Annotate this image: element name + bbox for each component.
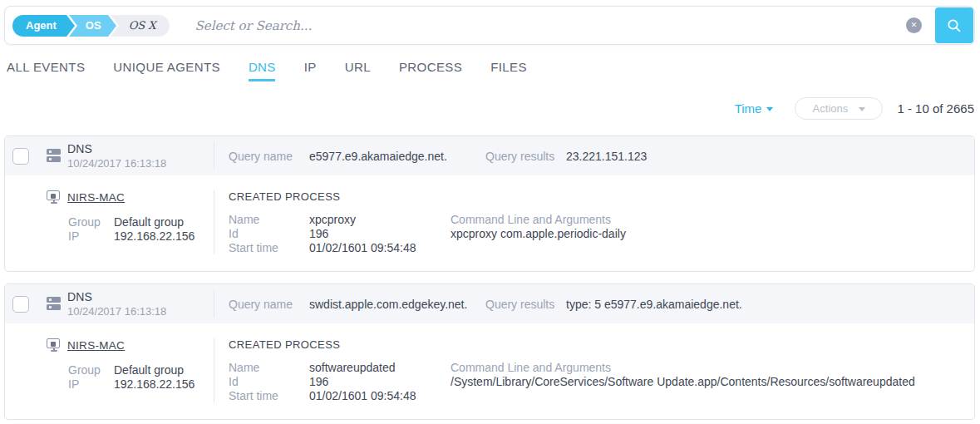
filter-chips: Agent OS OS X: [12, 15, 172, 37]
tab-process[interactable]: PROCESS: [399, 59, 462, 76]
command-line-label: Command Line and Arguments: [451, 213, 974, 227]
chevron-down-icon: [859, 107, 865, 111]
actions-label: Actions: [813, 102, 849, 115]
tab-ip[interactable]: IP: [304, 59, 317, 76]
query-name-value: e5977.e9.akamaiedge.net.: [309, 150, 485, 163]
event-card: DNS 10/24/2017 16:13:18 Query name e5977…: [4, 136, 975, 272]
agent-endpoint-icon: [47, 190, 61, 205]
agent-name-link[interactable]: NIRS-MAC: [67, 339, 125, 352]
query-results-label: Query results: [485, 298, 566, 311]
list-toolbar: Time Actions 1 - 10 of 2665: [735, 96, 974, 120]
time-sort-dropdown[interactable]: Time: [735, 101, 774, 116]
ip-label: IP: [68, 229, 114, 244]
command-line-label: Command Line and Arguments: [451, 361, 974, 375]
process-id-value: 196: [309, 227, 451, 241]
event-tabs: ALL EVENTS UNIQUE AGENTS DNS IP URL PROC…: [7, 59, 527, 76]
process-id-value: 196: [309, 375, 451, 389]
chevron-down-icon: [766, 107, 773, 111]
event-card-header: DNS 10/24/2017 16:13:18 Query name swdis…: [5, 284, 974, 323]
pagination-count: 1 - 10 of 2665: [897, 101, 974, 116]
event-checkbox[interactable]: [12, 296, 29, 313]
process-name-value: xpcproxy: [309, 213, 451, 227]
tab-url[interactable]: URL: [345, 59, 371, 76]
ip-label: IP: [68, 377, 114, 392]
query-name-value: swdist.apple.com.edgekey.net.: [309, 298, 485, 311]
query-name-label: Query name: [229, 298, 309, 311]
start-time-label: Start time: [229, 389, 309, 403]
filter-chip-os[interactable]: OS: [69, 15, 108, 37]
event-type: DNS: [67, 290, 166, 303]
query-name-label: Query name: [229, 150, 309, 163]
agent-name-link[interactable]: NIRS-MAC: [67, 191, 125, 204]
start-time-label: Start time: [229, 241, 309, 255]
filter-chip-agent[interactable]: Agent: [12, 15, 66, 37]
start-time-value: 01/02/1601 09:54:48: [309, 389, 451, 403]
event-card-body: NIRS-MAC Group Default group IP 192.168.…: [5, 175, 974, 271]
created-process-title: CREATED PROCESS: [229, 190, 974, 203]
dns-server-icon: [47, 149, 61, 164]
event-timestamp: 10/24/2017 16:13:18: [67, 305, 166, 318]
tab-dns[interactable]: DNS: [249, 59, 276, 76]
search-bar: Agent OS OS X ✕: [4, 6, 975, 45]
tab-all-events[interactable]: ALL EVENTS: [7, 59, 85, 76]
event-checkbox[interactable]: [12, 148, 29, 165]
time-sort-label: Time: [735, 101, 762, 116]
event-card-body: NIRS-MAC Group Default group IP 192.168.…: [5, 323, 974, 419]
command-line-value: /System/Library/CoreServices/Software Up…: [451, 375, 974, 389]
process-id-label: Id: [229, 227, 309, 241]
search-input[interactable]: [195, 18, 906, 33]
event-type: DNS: [67, 142, 166, 155]
query-results-value: 23.221.151.123: [566, 150, 974, 163]
start-time-value: 01/02/1601 09:54:48: [309, 241, 451, 255]
dns-server-icon: [47, 297, 61, 312]
group-value: Default group: [114, 215, 214, 229]
query-results-value: type: 5 e5977.e9.akamaiedge.net.: [566, 298, 974, 311]
group-label: Group: [68, 215, 114, 229]
event-card-header: DNS 10/24/2017 16:13:18 Query name e5977…: [5, 136, 974, 175]
process-name-label: Name: [229, 361, 309, 375]
created-process-title: CREATED PROCESS: [229, 338, 974, 351]
search-icon: [946, 17, 963, 34]
event-card: DNS 10/24/2017 16:13:18 Query name swdis…: [4, 283, 975, 420]
group-value: Default group: [114, 363, 214, 377]
command-line-value: xpcproxy com.apple.periodic-daily: [451, 227, 974, 241]
tab-files[interactable]: FILES: [490, 59, 527, 76]
event-timestamp: 10/24/2017 16:13:18: [67, 157, 166, 170]
agent-endpoint-icon: [47, 338, 61, 353]
tab-unique-agents[interactable]: UNIQUE AGENTS: [113, 59, 220, 76]
process-id-label: Id: [229, 375, 309, 389]
filter-chip-os-x[interactable]: OS X: [111, 15, 170, 37]
ip-value: 192.168.22.156: [114, 229, 214, 244]
query-results-label: Query results: [485, 150, 566, 163]
process-name-value: softwareupdated: [309, 361, 451, 375]
process-name-label: Name: [229, 213, 309, 227]
search-button[interactable]: [935, 7, 973, 43]
clear-search-icon[interactable]: ✕: [906, 17, 922, 33]
actions-button[interactable]: Actions: [795, 97, 883, 120]
group-label: Group: [68, 363, 114, 377]
ip-value: 192.168.22.156: [114, 377, 214, 392]
